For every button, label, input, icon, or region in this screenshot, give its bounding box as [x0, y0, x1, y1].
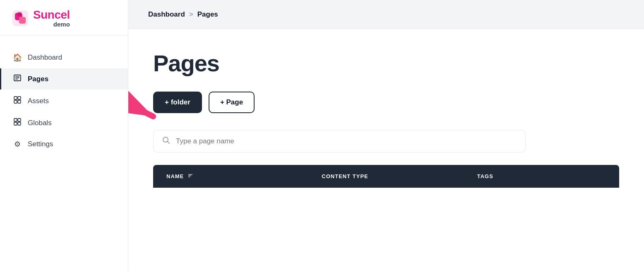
svg-rect-8	[14, 97, 17, 99]
search-bar[interactable]	[153, 130, 526, 152]
suncel-logo-icon	[12, 10, 29, 27]
svg-rect-2	[19, 17, 26, 24]
sidebar: Suncel demo 🏠 Dashboard Pages	[0, 0, 128, 271]
topbar: Dashboard > Pages	[128, 0, 644, 29]
add-page-button[interactable]: + Page	[209, 92, 255, 113]
sidebar-item-assets[interactable]: Assets	[0, 90, 128, 111]
table-col-content-type: CONTENT TYPE	[308, 172, 464, 180]
svg-rect-10	[14, 100, 17, 103]
globals-icon	[13, 118, 22, 128]
svg-rect-14	[14, 122, 17, 125]
add-folder-button[interactable]: + folder	[153, 92, 202, 113]
sidebar-item-settings[interactable]: ⚙ Settings	[0, 134, 128, 154]
content-area: Pages + folder + Page	[128, 29, 644, 271]
home-icon: 🏠	[13, 53, 22, 62]
sidebar-item-pages[interactable]: Pages	[0, 68, 128, 90]
page-title: Pages	[153, 50, 619, 77]
sidebar-item-pages-label: Pages	[28, 75, 48, 83]
breadcrumb-current: Pages	[197, 10, 218, 19]
sidebar-item-assets-label: Assets	[28, 97, 49, 105]
logo-area: Suncel demo	[0, 0, 128, 36]
svg-rect-13	[18, 119, 21, 121]
logo-text: Suncel demo	[33, 9, 70, 27]
search-icon	[162, 136, 170, 146]
sidebar-item-dashboard-label: Dashboard	[28, 53, 62, 62]
table-header: NAME CONTENT TYPE TAGS	[153, 165, 619, 188]
sidebar-item-settings-label: Settings	[28, 140, 53, 148]
svg-rect-12	[14, 119, 17, 121]
sort-icon[interactable]	[187, 172, 194, 180]
breadcrumb: Dashboard > Pages	[148, 10, 218, 19]
logo-demo: demo	[33, 21, 70, 27]
logo-name: Suncel	[33, 9, 70, 21]
table-col-tags: TAGS	[464, 172, 619, 180]
svg-rect-11	[18, 100, 21, 103]
svg-rect-15	[18, 122, 21, 125]
settings-icon: ⚙	[13, 140, 22, 149]
action-row: + folder + Page	[153, 92, 619, 130]
sidebar-nav: 🏠 Dashboard Pages	[0, 36, 128, 154]
col-content-type-label: CONTENT TYPE	[322, 173, 368, 179]
svg-line-18	[168, 142, 170, 144]
action-buttons: + folder + Page	[153, 92, 255, 113]
breadcrumb-separator: >	[189, 10, 193, 19]
sidebar-item-dashboard[interactable]: 🏠 Dashboard	[0, 48, 128, 68]
search-input[interactable]	[176, 137, 517, 145]
svg-rect-3	[17, 12, 22, 16]
assets-icon	[13, 96, 22, 106]
col-name-label: NAME	[166, 173, 184, 179]
table-col-name: NAME	[153, 172, 308, 180]
sidebar-item-globals[interactable]: Globals	[0, 112, 128, 133]
col-tags-label: TAGS	[477, 173, 493, 179]
svg-rect-9	[18, 97, 21, 99]
main-area: Dashboard > Pages Pages + folder + Page	[128, 0, 644, 271]
breadcrumb-parent: Dashboard	[148, 10, 185, 19]
sidebar-item-globals-label: Globals	[28, 119, 52, 127]
pages-icon	[13, 74, 22, 84]
